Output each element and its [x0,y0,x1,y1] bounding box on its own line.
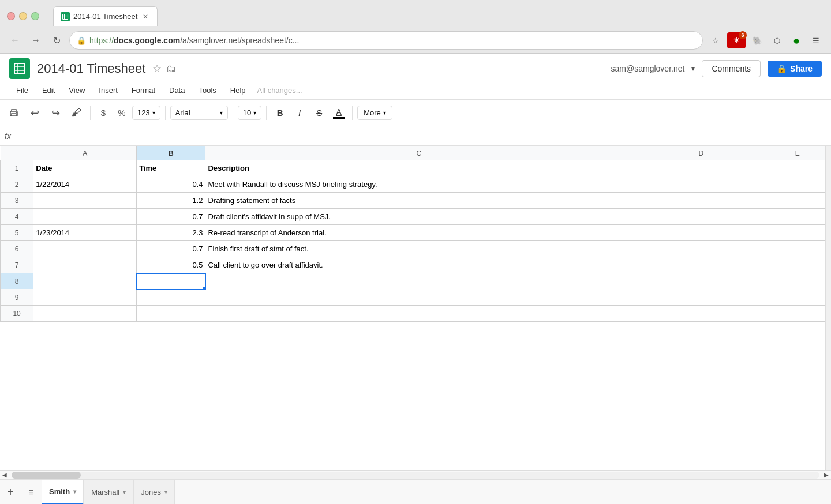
scroll-right-btn[interactable]: ▶ [822,471,831,480]
cell-b2[interactable]: 0.4 [137,176,205,193]
cell-a1[interactable]: Date [33,160,137,176]
bookmark-btn[interactable]: ☆ [708,32,724,48]
cell-c10[interactable] [205,306,632,322]
dropdown-icon[interactable]: ▾ [691,65,695,73]
cell-a6[interactable] [33,241,137,257]
menu-file[interactable]: File [9,82,35,98]
add-sheet-btn[interactable]: + [0,480,21,505]
cell-d7[interactable] [632,257,770,273]
more-btn[interactable]: More ▾ [357,106,392,120]
cell-e3[interactable] [770,193,825,209]
col-header-d[interactable]: D [632,146,770,160]
cell-e1[interactable] [770,160,825,176]
menu-tools[interactable]: Tools [192,82,223,98]
scrollbar-thumb[interactable] [12,472,81,479]
col-header-e[interactable]: E [770,146,825,160]
cell-d1[interactable] [632,160,770,176]
number-format-selector[interactable]: 123 ▾ [132,106,160,120]
menu-data[interactable]: Data [162,82,192,98]
menu-edit[interactable]: Edit [35,82,62,98]
user-account[interactable]: sam@samglover.net [611,64,685,73]
star-icon[interactable]: ☆ [152,62,162,75]
cell-e10[interactable] [770,306,825,322]
menu-btn[interactable]: ☰ [808,32,824,48]
cell-d4[interactable] [632,209,770,225]
extension-btn2[interactable]: 🐘 [749,32,765,48]
comments-btn[interactable]: Comments [702,60,761,77]
currency-btn[interactable]: $ [95,104,111,122]
col-header-a[interactable]: A [33,146,137,160]
cell-b1[interactable]: Time [137,160,205,176]
minimize-btn[interactable] [19,12,27,20]
vertical-scrollbar[interactable] [825,146,831,470]
sheet-tab-smith[interactable]: Smith ▾ [42,480,84,505]
paint-format-btn[interactable]: 🖌 [67,104,85,122]
cell-b3[interactable]: 1.2 [137,193,205,209]
formula-input[interactable] [21,131,826,141]
cell-a8[interactable] [33,273,137,289]
cell-c7[interactable]: Call client to go over draft affidavit. [205,257,632,273]
extension-btn1[interactable]: ✳6 [727,32,746,48]
italic-btn[interactable]: I [291,104,308,122]
cell-c9[interactable] [205,289,632,306]
extension-btn3[interactable]: ⬡ [769,32,785,48]
cell-b9[interactable] [137,289,205,306]
cell-b6[interactable]: 0.7 [137,241,205,257]
cell-a5[interactable]: 1/23/2014 [33,225,137,241]
cell-c8[interactable] [205,273,632,289]
cell-b8[interactable] [137,273,205,289]
menu-view[interactable]: View [62,82,92,98]
cell-c3[interactable]: Drafting statement of facts [205,193,632,209]
col-header-c[interactable]: C [205,146,632,160]
menu-insert[interactable]: Insert [92,82,125,98]
menu-help[interactable]: Help [223,82,253,98]
font-size-selector[interactable]: 10 ▾ [238,106,261,120]
cell-a9[interactable] [33,289,137,306]
maximize-btn[interactable] [31,12,39,20]
redo-btn[interactable]: ↪ [46,104,65,122]
cell-a3[interactable] [33,193,137,209]
sheet-tab-marshall-chevron[interactable]: ▾ [123,489,126,495]
scroll-left-btn[interactable]: ◀ [0,471,9,480]
cell-c1[interactable]: Description [205,160,632,176]
cell-e8[interactable] [770,273,825,289]
underline-btn[interactable]: A [330,104,347,122]
percent-btn[interactable]: % [114,104,130,122]
cell-a4[interactable] [33,209,137,225]
active-tab[interactable]: 2014-01 Timesheet ✕ [53,6,158,26]
cell-d10[interactable] [632,306,770,322]
sheet-tab-smith-chevron[interactable]: ▾ [73,488,76,495]
cell-d3[interactable] [632,193,770,209]
horizontal-scrollbar[interactable] [12,472,819,479]
reload-btn[interactable]: ↻ [48,32,65,48]
share-btn[interactable]: 🔒 Share [768,61,822,77]
cell-a7[interactable] [33,257,137,273]
back-btn[interactable]: ← [7,32,23,48]
cell-c4[interactable]: Draft client's affidavit in supp of MSJ. [205,209,632,225]
cell-c2[interactable]: Meet with Randall to discuss MSJ briefin… [205,176,632,193]
print-btn[interactable] [5,104,23,122]
cell-c6[interactable]: Finish first draft of stmt of fact. [205,241,632,257]
bold-btn[interactable]: B [271,104,289,122]
cell-e4[interactable] [770,209,825,225]
cell-d9[interactable] [632,289,770,306]
cell-b7[interactable]: 0.5 [137,257,205,273]
sheet-tab-marshall[interactable]: Marshall ▾ [84,480,133,505]
sheet-tab-jones[interactable]: Jones ▾ [133,480,175,505]
address-bar[interactable]: 🔒 https://docs.google.com/a/samglover.ne… [69,31,703,50]
font-selector[interactable]: Arial ▾ [170,106,228,120]
cell-a2[interactable]: 1/22/2014 [33,176,137,193]
cell-handle[interactable] [203,287,205,289]
sheet-tab-jones-chevron[interactable]: ▾ [164,489,167,495]
cell-e2[interactable] [770,176,825,193]
cell-e6[interactable] [770,241,825,257]
cell-e5[interactable] [770,225,825,241]
cell-a10[interactable] [33,306,137,322]
cell-b5[interactable]: 2.3 [137,225,205,241]
cell-d5[interactable] [632,225,770,241]
strikethrough-btn[interactable]: S [310,104,328,122]
cell-d8[interactable] [632,273,770,289]
folder-icon[interactable]: 🗂 [166,63,177,75]
tab-close-btn[interactable]: ✕ [141,12,150,21]
sheet-list-btn[interactable]: ≡ [21,480,42,505]
